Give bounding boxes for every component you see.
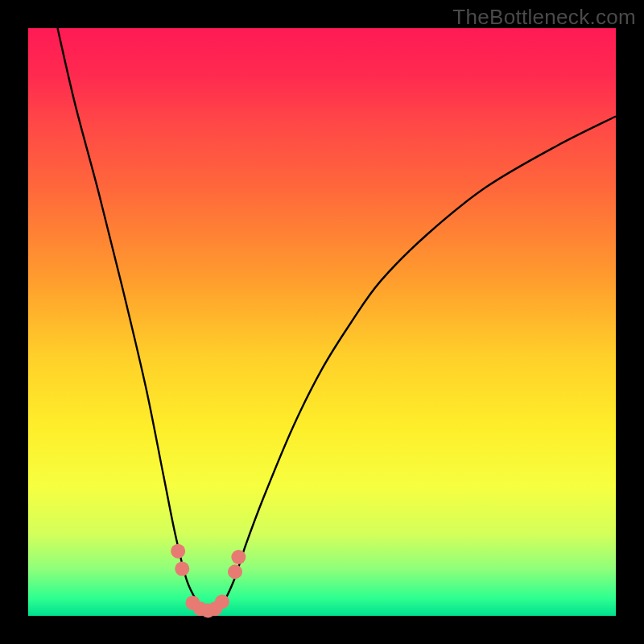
chart-frame: TheBottleneck.com [0, 0, 644, 644]
marker-dot [215, 594, 229, 609]
plot-area [28, 28, 616, 616]
marker-dot [171, 544, 185, 559]
marker-dot [231, 550, 246, 564]
marker-dot [175, 562, 189, 576]
bottleneck-curve [58, 28, 617, 614]
marker-dot [228, 564, 242, 579]
chart-svg [28, 28, 616, 616]
attribution-text: TheBottleneck.com [452, 5, 636, 30]
curve-path [58, 28, 617, 614]
